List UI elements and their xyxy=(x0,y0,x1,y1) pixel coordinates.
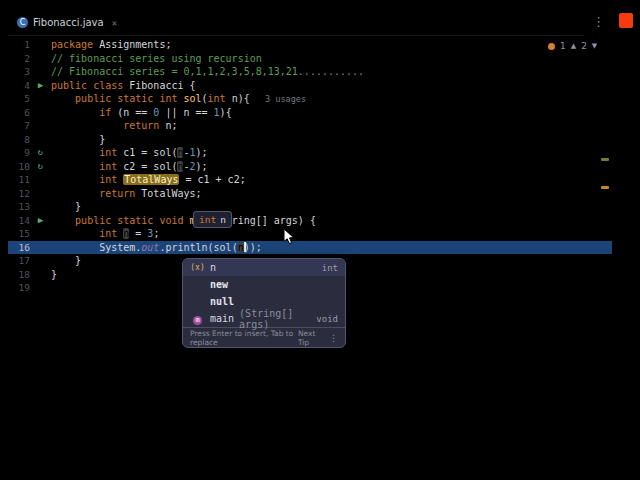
kebab-menu-icon[interactable]: ⋮ xyxy=(592,14,605,29)
code-text: } xyxy=(51,254,81,268)
code-text: public static void main(String[] args) { xyxy=(51,214,316,228)
tooltip-param-name: n xyxy=(220,214,226,225)
code-text: int n = 3; xyxy=(51,227,159,241)
code-text: return TotalWays; xyxy=(51,187,202,201)
code-line[interactable]: 12 return TotalWays; xyxy=(8,187,612,201)
tab-fibonacci-java[interactable]: C Fibonacci.java ✕ xyxy=(8,10,126,35)
method-icon: m xyxy=(190,313,205,325)
mouse-cursor xyxy=(283,228,295,245)
scrollbar-warning-mark-1[interactable] xyxy=(601,158,609,161)
code-lines: 1package Assignments;2// fibonacci serie… xyxy=(8,38,612,295)
code-line[interactable]: 1package Assignments; xyxy=(8,38,612,52)
line-number: 12 xyxy=(8,187,30,201)
line-number: 3 xyxy=(8,65,30,79)
code-text: } xyxy=(51,268,57,282)
line-number: 5 xyxy=(8,92,30,106)
code-line[interactable]: 10↻ int c2 = sol(n-2); xyxy=(8,160,612,174)
param-hint-tooltip: int n xyxy=(193,211,232,228)
gutter-spacer xyxy=(30,133,51,147)
gutter-spacer xyxy=(30,52,51,66)
line-number: 6 xyxy=(8,106,30,120)
line-number: 1 xyxy=(8,38,30,52)
close-icon[interactable]: ✕ xyxy=(112,18,117,28)
gutter-spacer xyxy=(30,173,51,187)
code-line[interactable]: 2// fibonacci series using recursion xyxy=(8,52,612,66)
run-icon[interactable]: ▶ xyxy=(30,79,51,93)
code-line[interactable]: 9↻ int c1 = sol(n-1); xyxy=(8,146,612,160)
java-class-icon: C xyxy=(17,17,28,28)
code-line[interactable]: 15 int n = 3; xyxy=(8,227,612,241)
recursive-call-icon[interactable]: ↻ xyxy=(30,160,51,174)
gutter-spacer xyxy=(30,119,51,133)
gutter-spacer xyxy=(30,227,51,241)
line-number: 4 xyxy=(8,79,30,93)
code-line[interactable]: 14▶ public static void main(String[] arg… xyxy=(8,214,612,228)
code-line[interactable]: 16 System.out.println(sol(n)); xyxy=(8,241,612,255)
code-text: int c1 = sol(n-1); xyxy=(51,146,208,160)
code-text: int TotalWays = c1 + c2; xyxy=(51,173,246,187)
completion-popup: (x)nintnewnullmmain(String[] args)void P… xyxy=(182,258,346,348)
code-text: // Fibonacci series = 0,1,1,2,3,5,8,13,2… xyxy=(51,65,364,79)
gutter-spacer xyxy=(30,268,51,282)
code-text: } xyxy=(51,200,81,214)
code-line[interactable]: 6 if (n == 0 || n == 1){ xyxy=(8,106,612,120)
parameter-icon: (x) xyxy=(190,263,205,272)
gutter-spacer xyxy=(30,106,51,120)
gutter-spacer xyxy=(30,200,51,214)
editor-tab-bar: C Fibonacci.java ✕ xyxy=(8,10,584,36)
recording-indicator xyxy=(619,13,633,28)
line-number: 15 xyxy=(8,227,30,241)
more-options-icon[interactable]: ⋮ xyxy=(329,333,338,343)
completion-detail: (String[] args) xyxy=(239,308,311,330)
tab-label: Fibonacci.java xyxy=(33,17,104,28)
recursive-call-icon[interactable]: ↻ xyxy=(30,146,51,160)
code-line[interactable]: 4▶public class Fibonacci { xyxy=(8,79,612,93)
line-number: 10 xyxy=(8,160,30,174)
completion-item[interactable]: mmain(String[] args)void xyxy=(183,310,345,327)
text-caret xyxy=(244,242,246,252)
gutter-spacer xyxy=(30,241,51,255)
line-number: 7 xyxy=(8,119,30,133)
completion-item[interactable]: (x)nint xyxy=(183,259,345,276)
footer-next-tip[interactable]: Next Tip xyxy=(298,329,323,347)
code-text: return n; xyxy=(51,119,177,133)
completion-type: int xyxy=(322,263,338,273)
code-line[interactable]: 5 public static int sol(int n){ 3 usages xyxy=(8,92,612,106)
line-number: 17 xyxy=(8,254,30,268)
line-number: 16 xyxy=(8,241,30,255)
code-line[interactable]: 7 return n; xyxy=(8,119,612,133)
completion-label: null xyxy=(210,296,234,307)
completion-label: main xyxy=(210,313,234,324)
code-line[interactable]: 11 int TotalWays = c1 + c2; xyxy=(8,173,612,187)
code-line[interactable]: 13 } xyxy=(8,200,612,214)
line-number: 8 xyxy=(8,133,30,147)
code-text: } xyxy=(51,133,105,147)
line-number: 19 xyxy=(8,281,30,295)
line-number: 13 xyxy=(8,200,30,214)
scrollbar-warning-mark-2[interactable] xyxy=(601,186,609,189)
gutter-spacer xyxy=(30,254,51,268)
run-icon[interactable]: ▶ xyxy=(30,214,51,228)
code-line[interactable]: 8 } xyxy=(8,133,612,147)
completion-footer: Press Enter to insert, Tab to replace Ne… xyxy=(183,327,345,347)
line-number: 18 xyxy=(8,268,30,282)
completion-type: void xyxy=(316,314,338,324)
gutter-spacer xyxy=(30,281,51,295)
line-number: 14 xyxy=(8,214,30,228)
line-number: 2 xyxy=(8,52,30,66)
line-number: 11 xyxy=(8,173,30,187)
tooltip-param-type: int xyxy=(199,214,216,225)
gutter-spacer xyxy=(30,65,51,79)
ide-window: C Fibonacci.java ✕ ⋮ 1 ▲ 2 ▼ 1package As… xyxy=(0,0,640,480)
code-text: public class Fibonacci { xyxy=(51,79,196,93)
completion-item[interactable]: new xyxy=(183,276,345,293)
code-text: System.out.println(sol(n)); xyxy=(51,241,262,255)
code-text: public static int sol(int n){ 3 usages xyxy=(51,92,306,106)
completion-label: new xyxy=(210,279,228,290)
code-text: package Assignments; xyxy=(51,38,171,52)
line-number: 9 xyxy=(8,146,30,160)
code-line[interactable]: 3// Fibonacci series = 0,1,1,2,3,5,8,13,… xyxy=(8,65,612,79)
gutter-spacer xyxy=(30,92,51,106)
completion-label: n xyxy=(210,262,216,273)
code-text: if (n == 0 || n == 1){ xyxy=(51,106,232,120)
